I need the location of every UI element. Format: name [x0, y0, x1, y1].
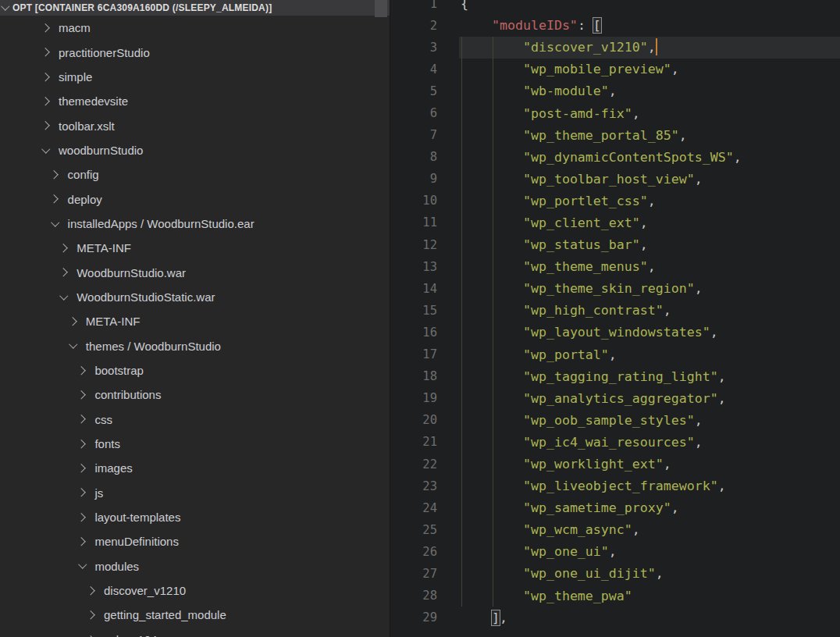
tree-item-woodburnstudio[interactable]: woodburnStudio [0, 138, 390, 162]
code-line-15[interactable]: 15 "wp_high_contrast", [390, 300, 840, 322]
chevron-down-icon[interactable] [75, 559, 89, 573]
tree-item-fonts[interactable]: fonts [0, 432, 390, 456]
chevron-right-icon[interactable] [39, 45, 53, 59]
line-number: 15 [390, 304, 439, 318]
code-line-29[interactable]: 29 ], [390, 607, 840, 628]
editor-pane[interactable]: 1{2 "moduleIDs": [3 "discover_v1210",4 "… [390, 0, 840, 637]
code-line-13[interactable]: 13 "wp_theme_menus", [390, 256, 840, 278]
code-line-21[interactable]: 21 "wp_ic4_wai_resources", [390, 431, 840, 453]
tree-item-label: discover_v1210 [104, 584, 186, 597]
code-line-6[interactable]: 6 "post-amd-fix", [390, 102, 840, 124]
chevron-right-icon[interactable] [48, 192, 62, 206]
code-line-1[interactable]: 1{ [390, 0, 840, 15]
chevron-down-icon[interactable] [39, 143, 53, 157]
tree-item-label: WoodburnStudio.war [77, 266, 186, 279]
tree-item-installedapps-woodburnstudio-ear[interactable]: installedApps / WoodburnStudio.ear [0, 212, 390, 236]
tree-item-oslo-v104[interactable]: oslo_v104 [0, 628, 390, 637]
sidebar-scrollbar-thumb[interactable] [375, 0, 387, 17]
json-punctuation [461, 610, 492, 625]
tree-item-woodburnstudiostatic-war[interactable]: WoodburnStudioStatic.war [0, 285, 390, 309]
tree-item-meta-inf[interactable]: META-INF [0, 309, 390, 333]
tree-item-css[interactable]: css [0, 407, 390, 432]
chevron-right-icon[interactable] [39, 21, 53, 35]
code-line-3[interactable]: 3 "discover_v1210", [390, 37, 840, 59]
code-line-17[interactable]: 17 "wp_portal", [390, 343, 840, 365]
tree-item-config[interactable]: config [0, 162, 390, 187]
tree-item-menudefinitions[interactable]: menuDefinitions [0, 529, 390, 553]
tree-item-themedevsite[interactable]: themedevsite [0, 89, 390, 113]
chevron-right-icon[interactable] [75, 486, 89, 500]
chevron-down-icon[interactable] [57, 290, 71, 304]
code-line-10[interactable]: 10 "wp_portlet_css", [390, 190, 840, 212]
json-string: "wp_sametime_proxy" [523, 500, 671, 515]
chevron-right-icon[interactable] [75, 412, 89, 426]
line-number: 27 [390, 567, 439, 581]
tree-item-images[interactable]: images [0, 456, 390, 480]
code-text: "wp_tagging_rating_light", [439, 369, 726, 384]
chevron-right-icon[interactable] [75, 461, 89, 475]
chevron-right-icon[interactable] [84, 584, 98, 598]
code-line-23[interactable]: 23 "wp_liveobject_framework", [390, 475, 840, 497]
code-line-12[interactable]: 12 "wp_status_bar", [390, 234, 840, 256]
tree-item-simple[interactable]: simple [0, 65, 390, 89]
json-string: "post-amd-fix" [523, 106, 632, 121]
tree-item-toolbar-xslt[interactable]: toolbar.xslt [0, 113, 390, 137]
json-punctuation: , [671, 500, 679, 515]
chevron-right-icon[interactable] [84, 632, 98, 637]
tree-item-discover-v1210[interactable]: discover_v1210 [0, 578, 390, 603]
tree-item-contributions[interactable]: contributions [0, 383, 390, 407]
code-line-9[interactable]: 9 "wp_toolbar_host_view", [390, 168, 840, 190]
chevron-right-icon[interactable] [75, 511, 89, 525]
code-line-25[interactable]: 25 "wp_wcm_async", [390, 519, 840, 541]
code-line-8[interactable]: 8 "wp_dynamicContentSpots_WS", [390, 146, 840, 168]
tree-item-meta-inf[interactable]: META-INF [0, 236, 390, 260]
code-line-19[interactable]: 19 "wp_analytics_aggregator", [390, 387, 840, 409]
chevron-right-icon[interactable] [57, 265, 71, 279]
tree-item-woodburnstudio-war[interactable]: WoodburnStudio.war [0, 260, 390, 284]
code-line-2[interactable]: 2 "moduleIDs": [ [390, 15, 840, 37]
chevron-right-icon[interactable] [39, 119, 53, 133]
chevron-right-icon[interactable] [48, 168, 62, 182]
code-line-28[interactable]: 28 "wp_theme_pwa" [390, 585, 840, 607]
chevron-right-icon[interactable] [75, 535, 89, 549]
tree-item-getting-started-module[interactable]: getting_started_module [0, 603, 390, 627]
chevron-right-icon[interactable] [39, 69, 53, 84]
tree-item-label: installedApps / WoodburnStudio.ear [68, 217, 254, 230]
code-line-16[interactable]: 16 "wp_layout_windowstates", [390, 322, 840, 343]
code-line-5[interactable]: 5 "wb-module", [390, 80, 840, 102]
chevron-right-icon[interactable] [84, 608, 98, 622]
json-punctuation [461, 106, 523, 121]
line-number: 26 [390, 545, 439, 559]
code-line-4[interactable]: 4 "wp_mobile_preview", [390, 59, 840, 80]
code-line-7[interactable]: 7 "wp_theme_portal_85", [390, 124, 840, 146]
code-line-24[interactable]: 24 "wp_sametime_proxy", [390, 497, 840, 519]
tree-item-themes-woodburnstudio[interactable]: themes / WoodburnStudio [0, 333, 390, 358]
code-line-14[interactable]: 14 "wp_theme_skin_region", [390, 278, 840, 300]
chevron-down-icon[interactable] [66, 339, 80, 353]
tree-item-bootstrap[interactable]: bootstrap [0, 358, 390, 383]
chevron-right-icon[interactable] [75, 388, 89, 402]
json-punctuation: , [632, 106, 640, 121]
tree-item-deploy[interactable]: deploy [0, 187, 390, 211]
chevron-right-icon[interactable] [57, 241, 71, 255]
tree-item-layout-templates[interactable]: layout-templates [0, 505, 390, 529]
tree-item-modules[interactable]: modules [0, 554, 390, 578]
json-punctuation [461, 522, 523, 537]
json-punctuation: , [695, 281, 703, 296]
explorer-section-header[interactable]: OPT [CONTAINER 6CA309A160DD (/SLEEPY_ALM… [0, 0, 390, 16]
tree-item-macm[interactable]: macm [0, 16, 390, 40]
tree-item-practitionerstudio[interactable]: practitionerStudio [0, 40, 390, 64]
chevron-right-icon[interactable] [75, 437, 89, 451]
code-line-22[interactable]: 22 "wp_worklight_ext", [390, 453, 840, 475]
code-line-27[interactable]: 27 "wp_one_ui_dijit", [390, 563, 840, 585]
chevron-right-icon[interactable] [66, 315, 80, 329]
json-punctuation [461, 172, 523, 187]
code-line-11[interactable]: 11 "wp_client_ext", [390, 212, 840, 233]
tree-item-js[interactable]: js [0, 481, 390, 505]
code-line-18[interactable]: 18 "wp_tagging_rating_light", [390, 365, 840, 387]
chevron-right-icon[interactable] [75, 363, 89, 377]
chevron-down-icon[interactable] [48, 216, 62, 230]
code-line-20[interactable]: 20 "wp_oob_sample_styles", [390, 409, 840, 431]
code-line-26[interactable]: 26 "wp_one_ui", [390, 541, 840, 563]
chevron-right-icon[interactable] [39, 94, 53, 109]
